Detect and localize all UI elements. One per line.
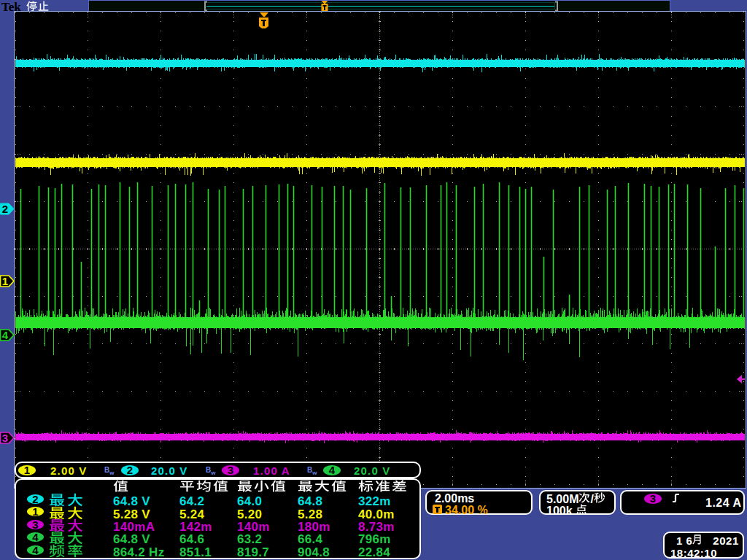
svg-text:1: 1 (2, 275, 8, 287)
svg-text:4: 4 (329, 464, 336, 476)
svg-text:3: 3 (650, 493, 656, 505)
svg-text:4: 4 (32, 532, 39, 542)
svg-text:3: 3 (32, 519, 38, 530)
svg-text:4: 4 (32, 545, 39, 556)
svg-text:2: 2 (32, 494, 38, 505)
svg-text:3: 3 (228, 464, 233, 476)
svg-text:4: 4 (2, 329, 9, 341)
svg-text:1: 1 (32, 506, 38, 517)
svg-text:1: 1 (24, 464, 30, 476)
svg-text:3: 3 (2, 432, 8, 444)
svg-text:2: 2 (127, 464, 133, 476)
svg-text:2: 2 (2, 203, 8, 215)
